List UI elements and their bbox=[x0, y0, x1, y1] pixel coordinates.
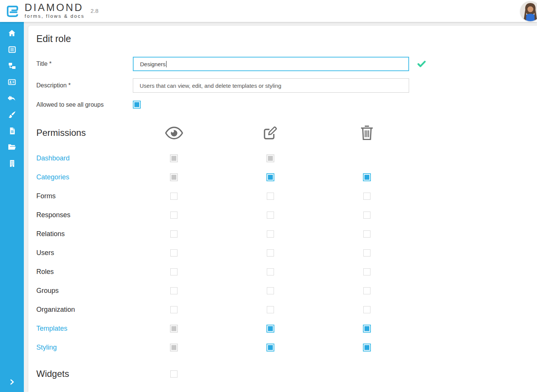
permission-row-label[interactable]: Roles bbox=[36, 268, 126, 276]
permissions-heading: Permissions bbox=[36, 128, 126, 138]
chevron-right-icon bbox=[10, 379, 14, 386]
sidebar-item-templates[interactable] bbox=[0, 123, 24, 140]
edit-permission-checkbox[interactable] bbox=[267, 306, 274, 313]
view-permission-checkbox[interactable] bbox=[170, 154, 178, 162]
permission-row: Groups bbox=[36, 281, 537, 300]
view-permission-checkbox[interactable] bbox=[170, 268, 177, 275]
view-permission-checkbox[interactable] bbox=[170, 249, 177, 257]
sidebar-item-documents[interactable] bbox=[0, 140, 24, 156]
sitemap-icon bbox=[8, 62, 16, 71]
view-eye-icon bbox=[126, 126, 222, 140]
permission-row: Styling bbox=[36, 338, 537, 357]
diamond-logo-icon bbox=[5, 3, 20, 19]
delete-permission-checkbox[interactable] bbox=[363, 268, 370, 275]
view-permission-checkbox[interactable] bbox=[170, 325, 178, 333]
app-header: DIAMOND forms, flows & docs 2.8 bbox=[0, 0, 537, 22]
delete-permission-checkbox[interactable] bbox=[363, 212, 370, 219]
permission-row: Responses bbox=[36, 205, 537, 224]
delete-permission-checkbox[interactable] bbox=[363, 249, 370, 257]
title-field-row: Title * Designers bbox=[36, 57, 537, 71]
delete-permission-checkbox[interactable] bbox=[363, 344, 371, 352]
view-permission-checkbox[interactable] bbox=[170, 193, 177, 200]
edit-permission-checkbox[interactable] bbox=[267, 287, 274, 294]
delete-permission-checkbox[interactable] bbox=[363, 287, 370, 294]
allowed-groups-label: Allowed to see all groups bbox=[36, 101, 133, 108]
permission-row: Users bbox=[36, 243, 537, 262]
sidebar-item-categories[interactable] bbox=[0, 58, 24, 75]
sidebar-item-forms[interactable] bbox=[0, 42, 24, 58]
address-card-icon bbox=[8, 78, 16, 87]
edit-permission-checkbox[interactable] bbox=[267, 268, 274, 275]
user-avatar[interactable] bbox=[520, 1, 537, 21]
permission-row: Dashboard bbox=[36, 149, 537, 168]
delete-permission-checkbox[interactable] bbox=[363, 173, 371, 181]
delete-permission-checkbox[interactable] bbox=[363, 306, 370, 313]
view-permission-checkbox[interactable] bbox=[170, 344, 178, 352]
permissions-rows: Dashboard Categories Forms Responses Rel… bbox=[28, 149, 537, 357]
edit-permission-checkbox[interactable] bbox=[266, 154, 274, 162]
paint-brush-icon bbox=[8, 111, 16, 120]
permission-row-label[interactable]: Users bbox=[36, 249, 126, 257]
edit-permission-checkbox[interactable] bbox=[267, 249, 274, 257]
title-label: Title * bbox=[36, 61, 133, 67]
view-permission-checkbox[interactable] bbox=[170, 173, 178, 181]
edit-role-panel: Edit role Title * Designers Description … bbox=[28, 26, 537, 392]
sidebar-item-responses[interactable] bbox=[0, 91, 24, 107]
view-permission-checkbox[interactable] bbox=[170, 212, 177, 219]
view-permission-checkbox[interactable] bbox=[170, 230, 177, 238]
delete-permission-checkbox[interactable] bbox=[363, 193, 370, 200]
permission-row-label[interactable]: Organization bbox=[36, 306, 126, 314]
delete-permission-checkbox[interactable] bbox=[363, 325, 371, 333]
allowed-groups-checkbox[interactable] bbox=[133, 101, 141, 109]
allowed-groups-row: Allowed to see all groups bbox=[36, 101, 537, 109]
permission-row-label[interactable]: Categories bbox=[36, 173, 126, 181]
edit-permission-checkbox[interactable] bbox=[267, 230, 274, 238]
title-input[interactable]: Designers bbox=[133, 57, 409, 71]
form-list-icon bbox=[8, 46, 16, 55]
app-logo[interactable]: DIAMOND forms, flows & docs bbox=[0, 3, 84, 19]
file-icon bbox=[9, 127, 16, 136]
permission-row-label[interactable]: Groups bbox=[36, 287, 126, 295]
app-version: 2.8 bbox=[90, 8, 98, 15]
permission-row: Templates bbox=[36, 319, 537, 338]
app-name: DIAMOND bbox=[25, 3, 84, 13]
permission-row: Relations bbox=[36, 224, 537, 243]
permission-row-label[interactable]: Relations bbox=[36, 230, 126, 238]
delete-permission-checkbox[interactable] bbox=[363, 230, 370, 238]
edit-permission-checkbox[interactable] bbox=[266, 325, 274, 333]
app-tagline: forms, flows & docs bbox=[25, 13, 84, 19]
text-caret bbox=[166, 61, 167, 67]
permission-row: Organization bbox=[36, 300, 537, 319]
sidebar-collapse-button[interactable] bbox=[0, 377, 24, 388]
permission-row: Forms bbox=[36, 187, 537, 205]
sidebar-item-home[interactable] bbox=[0, 26, 24, 42]
valid-check-icon bbox=[417, 61, 426, 67]
permission-row-label[interactable]: Forms bbox=[36, 192, 126, 200]
permission-row-label[interactable]: Templates bbox=[36, 325, 126, 333]
permission-row-label[interactable]: Styling bbox=[36, 344, 126, 352]
description-label: Description * bbox=[36, 82, 133, 89]
sidebar bbox=[0, 22, 24, 392]
description-input[interactable]: Users that can view, edit, and delete te… bbox=[133, 78, 409, 93]
edit-permission-checkbox[interactable] bbox=[266, 344, 274, 352]
widgets-view-checkbox[interactable] bbox=[170, 370, 177, 378]
view-permission-checkbox[interactable] bbox=[170, 306, 177, 313]
edit-permission-checkbox[interactable] bbox=[267, 193, 274, 200]
permission-row-label[interactable]: Dashboard bbox=[36, 154, 126, 162]
sidebar-item-users[interactable] bbox=[0, 75, 24, 91]
folder-open-icon bbox=[8, 144, 16, 152]
edit-permission-checkbox[interactable] bbox=[267, 212, 274, 219]
permission-row-label[interactable]: Responses bbox=[36, 211, 126, 219]
sidebar-item-styling[interactable] bbox=[0, 107, 24, 123]
edit-permission-checkbox[interactable] bbox=[266, 173, 274, 181]
allowed-groups-cell bbox=[133, 101, 141, 109]
widgets-row: Widgets bbox=[36, 364, 537, 383]
edit-pencil-icon bbox=[222, 124, 319, 141]
permission-row: Categories bbox=[36, 168, 537, 187]
view-permission-checkbox[interactable] bbox=[170, 287, 177, 294]
home-icon bbox=[8, 30, 16, 38]
sidebar-item-organization[interactable] bbox=[0, 156, 24, 172]
page-title: Edit role bbox=[36, 33, 537, 44]
permission-row: Roles bbox=[36, 262, 537, 281]
permissions-header: Permissions bbox=[36, 124, 537, 142]
